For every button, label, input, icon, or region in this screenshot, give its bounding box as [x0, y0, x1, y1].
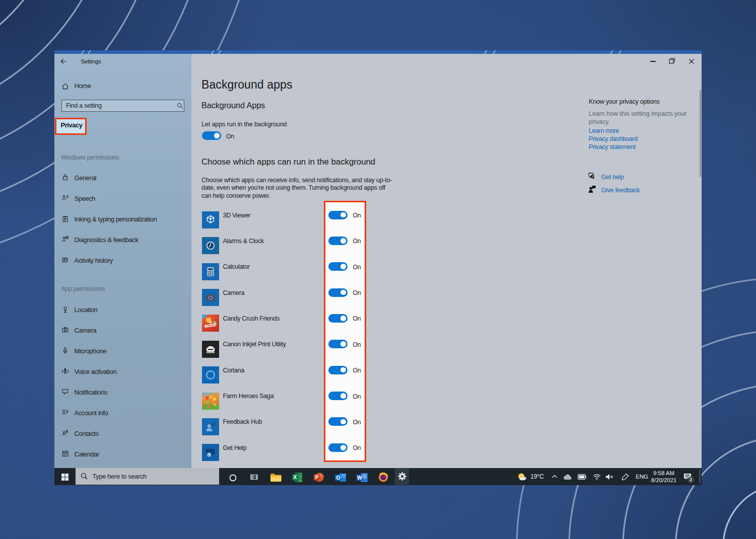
svg-text:?: ? — [592, 175, 594, 178]
svg-text:X: X — [293, 474, 297, 480]
svg-text:O: O — [336, 474, 340, 480]
svg-text:?: ? — [208, 452, 211, 457]
svg-text:P: P — [315, 474, 319, 480]
svg-text:W: W — [357, 474, 362, 480]
